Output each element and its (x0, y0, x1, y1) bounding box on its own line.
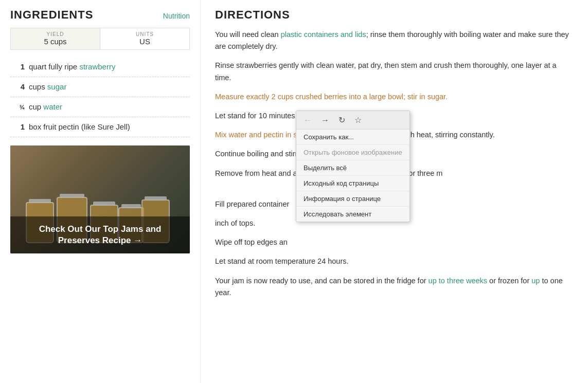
nutrition-link[interactable]: Nutrition (163, 12, 190, 20)
ingredient-qty: 1 (10, 122, 25, 131)
context-menu: ← → ↻ ☆ Сохранить как... Открыть фоновое… (296, 111, 410, 222)
ingredient-row: 4 cups sugar (10, 77, 190, 97)
right-column: DIRECTIONS You will need clean plastic c… (201, 0, 588, 383)
ingredient-qty: 1 (10, 62, 25, 71)
context-menu-item-inspect[interactable]: Исследовать элемент (296, 207, 409, 222)
three-weeks-link[interactable]: up to three weeks (429, 277, 487, 285)
yield-units-row: YIELD 5 cups UNITS US (10, 28, 190, 50)
ingredient-qty: 4 (10, 82, 25, 91)
ingredient-desc: box fruit pectin (like Sure Jell) (29, 122, 130, 132)
context-menu-item-save[interactable]: Сохранить как... (296, 130, 409, 145)
ingredients-title: INGREDIENTS (10, 8, 93, 22)
context-menu-back-button[interactable]: ← (301, 115, 314, 126)
context-menu-refresh-button[interactable]: ↻ (336, 114, 347, 126)
image-caption: Check Out Our Top Jams and Preserves Rec… (10, 216, 190, 253)
units-label: UNITS (104, 31, 185, 37)
context-menu-forward-button[interactable]: → (319, 115, 331, 126)
ingredient-desc: cups sugar (29, 82, 66, 92)
context-menu-nav: ← → ↻ ☆ (296, 111, 409, 130)
ingredient-row: 1 quart fully ripe strawberry (10, 57, 190, 77)
ingredient-qty: ¾ (10, 103, 25, 111)
ingredients-header: INGREDIENTS Nutrition (10, 8, 190, 22)
yield-label: YIELD (15, 31, 96, 37)
directions-title: DIRECTIONS (215, 8, 574, 22)
image-card[interactable]: Check Out Our Top Jams and Preserves Rec… (10, 145, 190, 253)
yield-box: YIELD 5 cups (11, 28, 100, 49)
direction-paragraph-10: Let stand at room temperature 24 hours. (215, 256, 574, 267)
context-menu-item-select-all[interactable]: Выделить всё (296, 160, 409, 176)
context-menu-items: Сохранить как... Открыть фоновое изображ… (296, 130, 409, 222)
up-link[interactable]: up (531, 277, 540, 285)
ingredient-desc: cup water (29, 102, 62, 112)
ingredient-row: ¾ cup water (10, 97, 190, 117)
direction-paragraph-2: Rinse strawberries gently with clean wat… (215, 60, 574, 83)
context-menu-item-open-bg: Открыть фоновое изображение (296, 145, 409, 160)
direction-paragraph-1: You will need clean plastic containers a… (215, 29, 574, 52)
direction-paragraph-3: Measure exactly 2 cups crushed berries i… (215, 91, 574, 103)
ingredient-desc: quart fully ripe strawberry (29, 62, 115, 71)
context-menu-item-page-info[interactable]: Информация о странице (296, 191, 409, 207)
direction-paragraph-9: Wipe off top edges and put on caps. (215, 236, 574, 248)
plastic-containers-link[interactable]: plastic containers and lids (281, 30, 366, 39)
context-menu-bookmark-button[interactable]: ☆ (352, 114, 364, 126)
direction-paragraph-11: Your jam is now ready to use, and can be… (215, 275, 574, 299)
units-value: US (139, 37, 150, 46)
units-box: UNITS US (100, 28, 189, 49)
context-menu-item-view-source[interactable]: Исходный код страницы (296, 176, 409, 191)
left-column: INGREDIENTS Nutrition YIELD 5 cups UNITS… (0, 0, 201, 383)
ingredient-row: 1 box fruit pectin (like Sure Jell) (10, 117, 190, 137)
yield-value: 5 cups (44, 37, 66, 46)
